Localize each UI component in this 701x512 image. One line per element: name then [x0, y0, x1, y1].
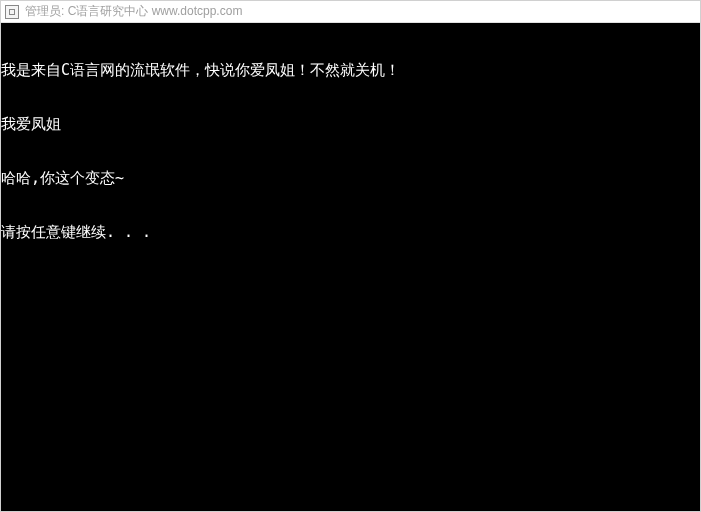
app-icon — [5, 5, 19, 19]
console-line: 我爱凤姐 — [1, 115, 700, 133]
console-line: 哈哈,你这个变态~ — [1, 169, 700, 187]
titlebar[interactable]: 管理员: C语言研究中心 www.dotcpp.com — [1, 1, 700, 23]
window-title: 管理员: C语言研究中心 www.dotcpp.com — [25, 3, 242, 20]
console-line: 我是来自C语言网的流氓软件，快说你爱凤姐！不然就关机！ — [1, 61, 700, 79]
console-window: 管理员: C语言研究中心 www.dotcpp.com 我是来自C语言网的流氓软… — [0, 0, 701, 512]
console-output[interactable]: 我是来自C语言网的流氓软件，快说你爱凤姐！不然就关机！ 我爱凤姐 哈哈,你这个变… — [1, 23, 700, 511]
console-line: 请按任意键继续. . . — [1, 223, 700, 241]
